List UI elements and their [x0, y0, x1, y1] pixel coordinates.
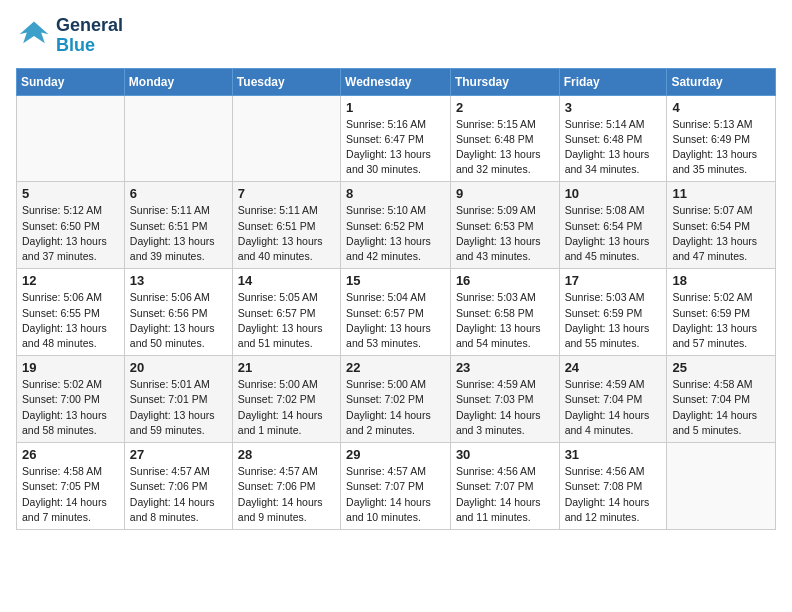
day-number: 30 — [456, 447, 554, 462]
day-number: 24 — [565, 360, 662, 375]
calendar-cell: 8Sunrise: 5:10 AM Sunset: 6:52 PM Daylig… — [341, 182, 451, 269]
day-number: 31 — [565, 447, 662, 462]
calendar-cell: 23Sunrise: 4:59 AM Sunset: 7:03 PM Dayli… — [450, 356, 559, 443]
calendar-cell: 12Sunrise: 5:06 AM Sunset: 6:55 PM Dayli… — [17, 269, 125, 356]
day-info: Sunrise: 4:57 AM Sunset: 7:06 PM Dayligh… — [238, 464, 335, 525]
calendar-cell: 9Sunrise: 5:09 AM Sunset: 6:53 PM Daylig… — [450, 182, 559, 269]
day-info: Sunrise: 5:15 AM Sunset: 6:48 PM Dayligh… — [456, 117, 554, 178]
weekday-saturday: Saturday — [667, 68, 776, 95]
weekday-friday: Friday — [559, 68, 667, 95]
day-info: Sunrise: 5:10 AM Sunset: 6:52 PM Dayligh… — [346, 203, 445, 264]
day-number: 6 — [130, 186, 227, 201]
calendar-table: SundayMondayTuesdayWednesdayThursdayFrid… — [16, 68, 776, 530]
weekday-sunday: Sunday — [17, 68, 125, 95]
weekday-tuesday: Tuesday — [232, 68, 340, 95]
calendar-week-2: 5Sunrise: 5:12 AM Sunset: 6:50 PM Daylig… — [17, 182, 776, 269]
day-number: 1 — [346, 100, 445, 115]
weekday-wednesday: Wednesday — [341, 68, 451, 95]
calendar-week-5: 26Sunrise: 4:58 AM Sunset: 7:05 PM Dayli… — [17, 443, 776, 530]
day-number: 13 — [130, 273, 227, 288]
calendar-cell: 28Sunrise: 4:57 AM Sunset: 7:06 PM Dayli… — [232, 443, 340, 530]
calendar-cell: 20Sunrise: 5:01 AM Sunset: 7:01 PM Dayli… — [124, 356, 232, 443]
calendar-cell — [124, 95, 232, 182]
calendar-header: SundayMondayTuesdayWednesdayThursdayFrid… — [17, 68, 776, 95]
day-number: 18 — [672, 273, 770, 288]
calendar-cell: 19Sunrise: 5:02 AM Sunset: 7:00 PM Dayli… — [17, 356, 125, 443]
day-number: 11 — [672, 186, 770, 201]
calendar-cell: 10Sunrise: 5:08 AM Sunset: 6:54 PM Dayli… — [559, 182, 667, 269]
calendar-cell: 14Sunrise: 5:05 AM Sunset: 6:57 PM Dayli… — [232, 269, 340, 356]
day-number: 17 — [565, 273, 662, 288]
day-number: 9 — [456, 186, 554, 201]
calendar-week-1: 1Sunrise: 5:16 AM Sunset: 6:47 PM Daylig… — [17, 95, 776, 182]
day-number: 25 — [672, 360, 770, 375]
calendar-cell: 13Sunrise: 5:06 AM Sunset: 6:56 PM Dayli… — [124, 269, 232, 356]
day-info: Sunrise: 5:03 AM Sunset: 6:58 PM Dayligh… — [456, 290, 554, 351]
logo-icon — [16, 18, 52, 54]
calendar-cell: 26Sunrise: 4:58 AM Sunset: 7:05 PM Dayli… — [17, 443, 125, 530]
day-number: 27 — [130, 447, 227, 462]
day-number: 2 — [456, 100, 554, 115]
day-info: Sunrise: 5:13 AM Sunset: 6:49 PM Dayligh… — [672, 117, 770, 178]
day-info: Sunrise: 4:57 AM Sunset: 7:07 PM Dayligh… — [346, 464, 445, 525]
day-info: Sunrise: 5:07 AM Sunset: 6:54 PM Dayligh… — [672, 203, 770, 264]
calendar-cell — [232, 95, 340, 182]
logo: General Blue — [16, 16, 123, 56]
calendar-cell: 18Sunrise: 5:02 AM Sunset: 6:59 PM Dayli… — [667, 269, 776, 356]
calendar-cell: 27Sunrise: 4:57 AM Sunset: 7:06 PM Dayli… — [124, 443, 232, 530]
weekday-thursday: Thursday — [450, 68, 559, 95]
day-number: 3 — [565, 100, 662, 115]
calendar-cell: 22Sunrise: 5:00 AM Sunset: 7:02 PM Dayli… — [341, 356, 451, 443]
day-number: 19 — [22, 360, 119, 375]
day-info: Sunrise: 5:09 AM Sunset: 6:53 PM Dayligh… — [456, 203, 554, 264]
day-info: Sunrise: 4:58 AM Sunset: 7:04 PM Dayligh… — [672, 377, 770, 438]
day-info: Sunrise: 5:02 AM Sunset: 7:00 PM Dayligh… — [22, 377, 119, 438]
day-info: Sunrise: 5:08 AM Sunset: 6:54 PM Dayligh… — [565, 203, 662, 264]
day-info: Sunrise: 5:03 AM Sunset: 6:59 PM Dayligh… — [565, 290, 662, 351]
calendar-cell: 1Sunrise: 5:16 AM Sunset: 6:47 PM Daylig… — [341, 95, 451, 182]
day-info: Sunrise: 4:56 AM Sunset: 7:07 PM Dayligh… — [456, 464, 554, 525]
day-number: 20 — [130, 360, 227, 375]
day-info: Sunrise: 5:02 AM Sunset: 6:59 PM Dayligh… — [672, 290, 770, 351]
day-info: Sunrise: 5:11 AM Sunset: 6:51 PM Dayligh… — [238, 203, 335, 264]
day-number: 22 — [346, 360, 445, 375]
calendar-cell: 4Sunrise: 5:13 AM Sunset: 6:49 PM Daylig… — [667, 95, 776, 182]
calendar-cell — [17, 95, 125, 182]
calendar-cell: 24Sunrise: 4:59 AM Sunset: 7:04 PM Dayli… — [559, 356, 667, 443]
calendar-body: 1Sunrise: 5:16 AM Sunset: 6:47 PM Daylig… — [17, 95, 776, 529]
day-number: 23 — [456, 360, 554, 375]
day-info: Sunrise: 5:00 AM Sunset: 7:02 PM Dayligh… — [238, 377, 335, 438]
day-number: 4 — [672, 100, 770, 115]
svg-marker-0 — [20, 21, 49, 43]
day-info: Sunrise: 5:04 AM Sunset: 6:57 PM Dayligh… — [346, 290, 445, 351]
calendar-cell: 3Sunrise: 5:14 AM Sunset: 6:48 PM Daylig… — [559, 95, 667, 182]
day-info: Sunrise: 4:59 AM Sunset: 7:03 PM Dayligh… — [456, 377, 554, 438]
day-info: Sunrise: 4:56 AM Sunset: 7:08 PM Dayligh… — [565, 464, 662, 525]
logo-text: General Blue — [56, 16, 123, 56]
day-number: 12 — [22, 273, 119, 288]
day-number: 15 — [346, 273, 445, 288]
day-number: 8 — [346, 186, 445, 201]
calendar-cell: 25Sunrise: 4:58 AM Sunset: 7:04 PM Dayli… — [667, 356, 776, 443]
calendar-cell: 21Sunrise: 5:00 AM Sunset: 7:02 PM Dayli… — [232, 356, 340, 443]
day-number: 28 — [238, 447, 335, 462]
calendar-cell: 16Sunrise: 5:03 AM Sunset: 6:58 PM Dayli… — [450, 269, 559, 356]
day-info: Sunrise: 5:16 AM Sunset: 6:47 PM Dayligh… — [346, 117, 445, 178]
day-info: Sunrise: 5:06 AM Sunset: 6:55 PM Dayligh… — [22, 290, 119, 351]
calendar-cell — [667, 443, 776, 530]
day-number: 5 — [22, 186, 119, 201]
day-number: 21 — [238, 360, 335, 375]
day-info: Sunrise: 5:12 AM Sunset: 6:50 PM Dayligh… — [22, 203, 119, 264]
calendar-cell: 31Sunrise: 4:56 AM Sunset: 7:08 PM Dayli… — [559, 443, 667, 530]
day-number: 10 — [565, 186, 662, 201]
day-info: Sunrise: 4:57 AM Sunset: 7:06 PM Dayligh… — [130, 464, 227, 525]
day-info: Sunrise: 5:05 AM Sunset: 6:57 PM Dayligh… — [238, 290, 335, 351]
weekday-header-row: SundayMondayTuesdayWednesdayThursdayFrid… — [17, 68, 776, 95]
calendar-cell: 11Sunrise: 5:07 AM Sunset: 6:54 PM Dayli… — [667, 182, 776, 269]
day-info: Sunrise: 5:06 AM Sunset: 6:56 PM Dayligh… — [130, 290, 227, 351]
calendar-cell: 7Sunrise: 5:11 AM Sunset: 6:51 PM Daylig… — [232, 182, 340, 269]
day-number: 14 — [238, 273, 335, 288]
calendar-cell: 5Sunrise: 5:12 AM Sunset: 6:50 PM Daylig… — [17, 182, 125, 269]
day-info: Sunrise: 5:14 AM Sunset: 6:48 PM Dayligh… — [565, 117, 662, 178]
day-number: 29 — [346, 447, 445, 462]
